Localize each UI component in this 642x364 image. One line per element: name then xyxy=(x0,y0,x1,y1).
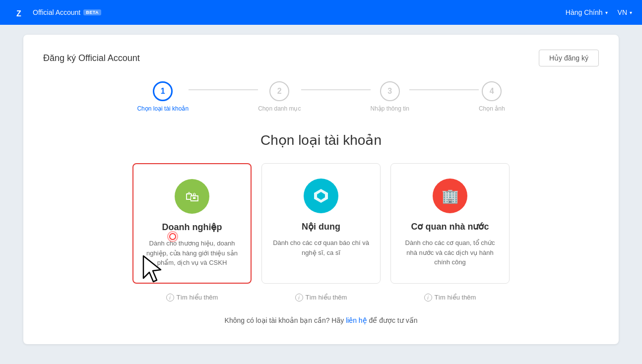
header-right-area: Hàng Chính ▾ VN ▾ xyxy=(566,8,632,16)
account-dropdown[interactable]: Hàng Chính ▾ xyxy=(566,8,608,16)
info-icon-1: i xyxy=(166,294,174,302)
learn-more-doanh-nghiep[interactable]: i Tìm hiểu thêm xyxy=(132,294,252,302)
co-quan-name: Cơ quan nhà nước xyxy=(411,221,489,232)
step-1-label: Chọn loại tài khoản xyxy=(137,105,189,112)
learn-more-row: i Tìm hiểu thêm i Tìm hiểu thêm i Tìm hi… xyxy=(43,294,599,302)
footer-text: Không có loại tài khoản bạn cần? Hãy liê… xyxy=(43,316,599,324)
brand-name: Official Account BETA xyxy=(33,8,101,16)
step-3-circle: 3 xyxy=(380,81,400,101)
account-card-noi-dung[interactable]: Nội dung Dành cho các cơ quan báo chí và… xyxy=(261,163,381,284)
step-2-label: Chọn danh mục xyxy=(258,105,301,112)
step-4: 4 Chọn ảnh xyxy=(479,81,505,112)
language-dropdown[interactable]: VN ▾ xyxy=(618,8,632,16)
account-card-co-quan[interactable]: 🏢 Cơ quan nhà nước Dành cho các cơ quan,… xyxy=(390,163,510,284)
info-icon-2: i xyxy=(295,294,303,302)
beta-badge: BETA xyxy=(83,9,101,15)
doanh-nghiep-name: Doanh nghiệp xyxy=(162,222,222,233)
co-quan-icon: 🏢 xyxy=(433,179,467,213)
learn-more-co-quan[interactable]: i Tìm hiểu thêm xyxy=(390,294,510,302)
registration-card: Đăng ký Official Account Hủy đăng ký 1 C… xyxy=(23,35,619,344)
section-heading: Chọn loại tài khoản xyxy=(43,132,599,148)
step-line-2 xyxy=(301,89,371,90)
step-line-3 xyxy=(409,89,479,90)
step-line-1 xyxy=(189,89,258,90)
co-quan-desc: Dành cho các cơ quan, tổ chức nhà nước v… xyxy=(401,238,499,267)
app-header: Z Official Account BETA Hàng Chính ▾ VN … xyxy=(0,0,642,25)
account-card-doanh-nghiep[interactable]: 🛍 Doanh nghiệp Dành cho thương hiệu, doa… xyxy=(132,163,252,284)
cancel-button[interactable]: Hủy đăng ký xyxy=(539,50,599,66)
account-chevron-icon: ▾ xyxy=(605,10,608,15)
doanh-nghiep-desc: Dành cho thương hiệu, doanh nghiệp, cửa … xyxy=(143,239,241,268)
doanh-nghiep-icon: 🛍 xyxy=(175,179,209,214)
noi-dung-name: Nội dung xyxy=(302,221,340,232)
svg-text:Z: Z xyxy=(16,9,21,18)
header-brand-area: Z Official Account BETA xyxy=(10,3,101,21)
noi-dung-icon xyxy=(304,179,338,213)
zalo-logo-icon: Z xyxy=(10,3,28,21)
info-icon-3: i xyxy=(424,294,432,302)
steps-wizard: 1 Chọn loại tài khoản 2 Chọn danh mục 3 … xyxy=(43,81,599,112)
main-content: Đăng ký Official Account Hủy đăng ký 1 C… xyxy=(0,25,642,364)
step-1-circle: 1 xyxy=(153,81,173,101)
step-1: 1 Chọn loại tài khoản xyxy=(137,81,189,112)
card-header: Đăng ký Official Account Hủy đăng ký xyxy=(43,50,599,66)
contact-link[interactable]: liên hệ xyxy=(346,316,367,324)
lang-chevron-icon: ▾ xyxy=(630,10,632,15)
step-4-label: Chọn ảnh xyxy=(479,105,505,112)
page-title: Đăng ký Official Account xyxy=(43,53,140,63)
step-4-circle: 4 xyxy=(482,81,502,101)
step-3-label: Nhập thông tin xyxy=(371,105,409,112)
step-2: 2 Chọn danh mục xyxy=(258,81,301,112)
noi-dung-desc: Dành cho các cơ quan báo chí và nghệ sĩ,… xyxy=(272,238,370,257)
account-type-list: 🛍 Doanh nghiệp Dành cho thương hiệu, doa… xyxy=(43,163,599,284)
step-3: 3 Nhập thông tin xyxy=(371,81,409,112)
learn-more-noi-dung[interactable]: i Tìm hiểu thêm xyxy=(261,294,381,302)
step-2-circle: 2 xyxy=(269,81,289,101)
noi-dung-svg-icon xyxy=(312,187,330,205)
account-types-container: 🛍 Doanh nghiệp Dành cho thương hiệu, doa… xyxy=(43,163,599,302)
